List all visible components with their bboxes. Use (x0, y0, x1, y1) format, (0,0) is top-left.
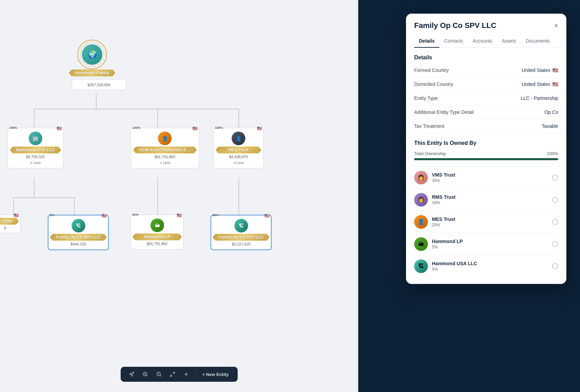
details-section-title: Details (406, 48, 566, 63)
formed-country-value: United States 🇺🇸 (522, 67, 558, 73)
ownership-section: This Entity Is Owned By Total Ownership … (406, 133, 566, 277)
panel-tabs: Details Contacts Accounts Assets Documen… (406, 35, 566, 48)
child3-less[interactable]: ∧ Less (218, 161, 259, 165)
domiciled-country-label: Domiciled Country (414, 81, 453, 87)
total-ownership-label: Total Ownership (414, 151, 446, 156)
zoom-out-button[interactable] (153, 370, 165, 379)
ownership-title: This Entity Is Owned By (414, 140, 558, 146)
owner-name-hammond-lp: Hammond LP (432, 239, 463, 244)
layout-button[interactable] (180, 370, 192, 379)
connector-lines (0, 0, 358, 392)
close-button[interactable]: × (554, 22, 558, 29)
detail-panel: Family Op Co SPV LLC × Details Contacts … (406, 14, 566, 284)
child3-banner: MES Trust (218, 147, 259, 153)
owner-avatar-vms: 👩 (414, 171, 428, 184)
child1-less[interactable]: ∧ Less (13, 161, 58, 165)
domiciled-country-row: Domiciled Country United States 🇺🇸 (406, 77, 566, 91)
zoom-in-button[interactable] (139, 370, 151, 379)
sub3-node[interactable]: 50% 🇺🇸 🏔 Hammond LP $91,791,882 (131, 215, 184, 250)
sub3-banner: Hammond LP (135, 233, 179, 240)
tax-treatment-value: Taxable (542, 123, 558, 129)
child3-pct: 100% (215, 126, 223, 130)
toolbar-divider (195, 370, 195, 378)
owner-pct-hammond-lp: 5% (432, 245, 463, 250)
owner-select-rms[interactable] (552, 197, 558, 203)
owner-select-mes[interactable] (552, 219, 558, 225)
entity-type-value: LLC - Partnership (521, 95, 558, 101)
entity-type-row: Entity Type LLC - Partnership (406, 91, 566, 105)
additional-entity-type-label: Additional Entity Type Detail (414, 109, 474, 115)
tax-treatment-label: Tax Treatment (414, 123, 445, 129)
svg-line-20 (171, 375, 172, 376)
owner-select-vms[interactable] (552, 175, 558, 181)
new-entity-button[interactable]: + New Entity (198, 370, 233, 379)
sub1-value: 0 (0, 226, 16, 230)
total-ownership-row: Total Ownership 100% (414, 151, 558, 156)
additional-entity-type-row: Additional Entity Type Detail Op Co (406, 105, 566, 119)
svg-line-17 (160, 375, 161, 376)
owner-left-rms: 👩 RMS Trust 30% (414, 193, 455, 207)
tab-assets[interactable]: Assets (497, 35, 521, 48)
sub4-value: $2,221,625 (215, 242, 267, 246)
root-node[interactable]: 🌍 Hammond Family $267,339,994 (72, 44, 113, 78)
child3-value: $4,438,876 (218, 155, 259, 159)
sub3-value: $91,791,882 (135, 242, 179, 246)
map-toolbar: + New Entity (121, 367, 238, 382)
sub4-pct: 25% (213, 213, 219, 217)
owner-pct-hammond-usa: 5% (432, 267, 477, 272)
owner-name-mes: MES Trust (432, 216, 455, 222)
owner-row-mes[interactable]: 👤 MES Trust 25% (414, 211, 558, 233)
child1-pct: 100% (9, 126, 17, 130)
tab-contacts[interactable]: Contacts (439, 35, 468, 48)
child3-node[interactable]: 100% 🇺🇸 👤 MES Trust $4,438,876 ∧ Less (213, 128, 264, 168)
child2-pct: 100% (132, 126, 140, 130)
owner-left-mes: 👤 MES Trust 25% (414, 215, 455, 229)
owner-left-hammond-lp: 🏔 Hammond LP 5% (414, 237, 463, 251)
svg-line-19 (173, 372, 175, 374)
owner-select-hammond-usa[interactable] (552, 263, 558, 269)
child1-value: $9,759,325 (13, 155, 58, 159)
progress-bar-bg (414, 158, 558, 160)
svg-marker-11 (130, 372, 134, 376)
child1-node[interactable]: 100% 🇺🇸 🏢 Hammond USA LLC $9,759,325 ∧ L… (8, 128, 63, 168)
sub1-banner: C-Corp (0, 218, 16, 225)
tab-documents[interactable]: Documents (521, 35, 555, 48)
sub2-pct: 5% (50, 213, 54, 217)
sub2-node[interactable]: 5% 🇺🇸 🏗 Family Op Co SPV LLC $444,325 (48, 215, 109, 250)
owner-row-rms[interactable]: 👩 RMS Trust 30% (414, 189, 558, 211)
child2-node[interactable]: 100% 🇺🇸 👤 HCM Asset Protection & ... $91… (131, 128, 199, 168)
owner-pct-rms: 30% (432, 200, 455, 205)
domiciled-country-value: United States 🇺🇸 (522, 81, 558, 87)
navigate-button[interactable] (126, 370, 138, 379)
owner-row-hammond-lp[interactable]: 🏔 Hammond LP 5% (414, 233, 558, 255)
owner-left-vms: 👩 VMS Trust 35% (414, 171, 455, 184)
owner-avatar-rms: 👩 (414, 193, 428, 207)
fit-button[interactable] (166, 370, 179, 379)
owner-pct-mes: 25% (432, 223, 455, 227)
owner-row-vms[interactable]: 👩 VMS Trust 35% (414, 166, 558, 189)
owner-row-hammond-usa[interactable]: 🏗 Hammond USA LLC 5% (414, 255, 558, 277)
owner-avatar-hammond-lp: 🏔 (414, 237, 428, 251)
sub1-node[interactable]: 🇺🇸 C-Corp 0 (0, 215, 20, 233)
panel-title: Family Op Co SPV LLC (414, 21, 496, 30)
owner-name-hammond-usa: Hammond USA LLC (432, 261, 477, 266)
total-ownership-value: 100% (547, 151, 558, 156)
owner-name-vms: VMS Trust (432, 172, 455, 178)
root-banner: Hammond Family (72, 70, 113, 76)
tax-treatment-row: Tax Treatment Taxable (406, 119, 566, 133)
owner-select-hammond-lp[interactable] (552, 241, 558, 247)
tab-accounts[interactable]: Accounts (468, 35, 497, 48)
sub2-banner: Family Op Co SPV LLC (53, 234, 104, 241)
formed-country-label: Formed Country (414, 67, 449, 73)
progress-bar-fill (414, 158, 558, 160)
root-value: $267,339,994 (77, 83, 121, 87)
tab-details[interactable]: Details (414, 35, 439, 48)
sub2-value: $444,325 (53, 242, 104, 246)
owner-pct-vms: 35% (432, 178, 455, 183)
sub4-node[interactable]: 25% 🇺🇸 🏗 Family Op Co SPV LLC $2,221,625 (211, 215, 272, 250)
child2-less[interactable]: ∧ Less (136, 161, 194, 165)
child2-value: $91,791,882 (136, 155, 194, 159)
formed-country-row: Formed Country United States 🇺🇸 (406, 63, 566, 77)
owner-left-hammond-usa: 🏗 Hammond USA LLC 5% (414, 259, 477, 273)
org-chart-area: 🌍 Hammond Family $267,339,994 100% 🇺🇸 🏢 … (0, 0, 358, 392)
